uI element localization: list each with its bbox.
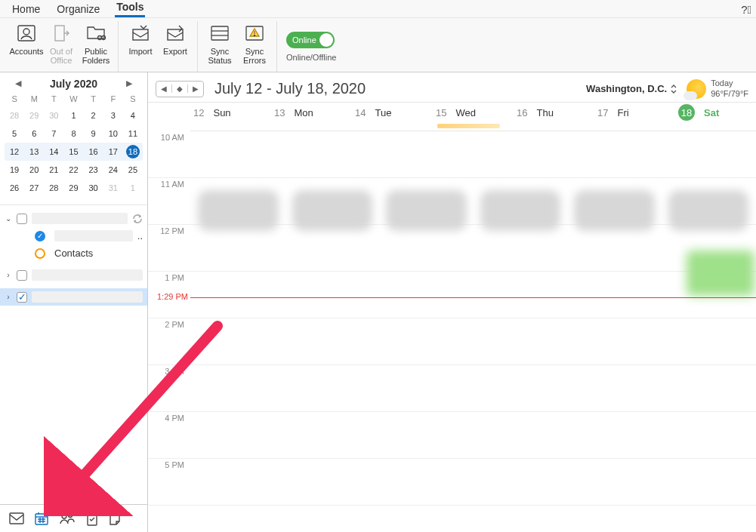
mini-cal-prev[interactable]: ◀ [12, 77, 24, 90]
time-row[interactable]: 10 AM [148, 131, 756, 178]
nav-people[interactable] [59, 512, 76, 525]
mini-cal-day[interactable]: 19 [5, 161, 24, 179]
nav-notes[interactable] [109, 512, 121, 525]
tree-item-1-suffix: .. [137, 230, 143, 241]
check-circle-icon[interactable]: ✓ [35, 231, 45, 241]
tree-item-contacts[interactable]: Contacts [0, 244, 147, 262]
weather-location-label: Washington, D.C. [586, 83, 667, 94]
day-header[interactable]: 14Tue [352, 107, 433, 118]
tree-group-1[interactable]: ⌄ –––––––––– [0, 210, 147, 227]
public-folders-button[interactable]: Public Folders [79, 21, 113, 65]
tree-group-3[interactable]: › ✓ –––––––––––– [0, 288, 147, 306]
time-grid[interactable]: 10 AM11 AM12 PM1 PM2 PM3 PM4 PM5 PM 1:29… [148, 131, 756, 532]
date-next[interactable]: ▶ [188, 85, 203, 93]
sync-status-button[interactable]: Sync Status [202, 21, 237, 65]
nav-tasks[interactable] [86, 511, 98, 526]
mini-cal-day[interactable]: 29 [24, 106, 44, 125]
tree-group-2[interactable]: › –––––––––––– [0, 266, 147, 284]
tree-item-calendar-1[interactable]: ✓ –––––––––––– .. [0, 227, 147, 244]
mini-cal-day[interactable]: 30 [44, 106, 63, 125]
mini-cal-day[interactable]: 20 [24, 161, 44, 179]
day-header[interactable]: 12Sun [190, 107, 271, 118]
redacted-event[interactable] [386, 190, 467, 231]
mini-cal-day[interactable]: 6 [24, 125, 44, 143]
mini-cal-day[interactable]: 11 [123, 125, 143, 143]
time-row[interactable]: 3 PM [148, 365, 756, 412]
import-button[interactable]: Import [123, 21, 158, 56]
accounts-button[interactable]: Accounts [9, 21, 44, 56]
weather-location[interactable]: Washington, D.C. [586, 83, 677, 94]
mini-cal-day[interactable]: 2 [84, 106, 103, 125]
day-header[interactable]: 18Sat [675, 104, 756, 121]
redacted-event[interactable] [292, 190, 373, 231]
mini-cal-day[interactable]: 16 [84, 143, 103, 161]
mini-cal-day[interactable]: 10 [103, 125, 123, 143]
redacted-event[interactable] [574, 190, 655, 231]
day-header-num: 16 [517, 107, 527, 118]
checkbox-icon[interactable] [17, 270, 27, 281]
out-of-office-button[interactable]: Out of Office [44, 21, 79, 65]
mini-cal-next[interactable]: ▶ [123, 77, 135, 90]
mini-cal-day[interactable]: 28 [44, 179, 63, 197]
help-icon[interactable]: ?⃝ [741, 3, 751, 16]
mini-cal-day[interactable]: 7 [44, 125, 63, 143]
public-folders-label: Public Folders [82, 47, 110, 65]
mini-cal-day[interactable]: 29 [63, 179, 83, 197]
mini-cal-day[interactable]: 9 [84, 125, 103, 143]
mini-cal-day[interactable]: 3 [103, 106, 123, 125]
time-row[interactable]: 4 PM [148, 412, 756, 459]
mini-cal-day[interactable]: 27 [24, 179, 44, 197]
mini-cal-day[interactable]: 30 [84, 179, 103, 197]
day-header[interactable]: 13Mon [271, 107, 352, 118]
time-row[interactable]: 2 PM [148, 318, 756, 365]
mini-cal-day[interactable]: 18 [123, 143, 143, 161]
mini-cal-day[interactable]: 12 [5, 143, 24, 161]
mini-cal-day[interactable]: 22 [63, 161, 83, 179]
mini-cal-day[interactable]: 5 [5, 125, 24, 143]
mini-cal-dow: M [24, 91, 44, 106]
time-row[interactable]: 1 PM [148, 272, 756, 318]
mini-cal-day[interactable]: 4 [123, 106, 143, 125]
nav-calendar[interactable] [35, 512, 48, 525]
redacted-event[interactable] [198, 190, 279, 231]
tab-tools[interactable]: Tools [115, 0, 145, 17]
nav-mail[interactable] [9, 512, 24, 524]
tab-home[interactable]: Home [11, 0, 42, 17]
date-prev[interactable]: ◀ [156, 85, 172, 93]
tab-organize[interactable]: Organize [55, 0, 101, 17]
sync-errors-button[interactable]: Sync Errors [237, 21, 272, 65]
time-row[interactable]: 12 PM [148, 225, 756, 272]
shared-folder-icon [85, 23, 106, 44]
mini-cal-day[interactable]: 28 [5, 106, 24, 125]
mini-cal-day[interactable]: 8 [63, 125, 83, 143]
current-time-label: 1:29 PM [157, 292, 188, 301]
allday-event-wed[interactable] [437, 124, 500, 128]
time-row[interactable]: 5 PM [148, 459, 756, 506]
color-circle-icon[interactable] [35, 248, 45, 259]
checkbox-checked-icon[interactable]: ✓ [17, 292, 27, 303]
mini-cal-day[interactable]: 14 [44, 143, 63, 161]
export-button[interactable]: Export [158, 21, 193, 56]
mini-cal-day[interactable]: 25 [123, 161, 143, 179]
weather-widget[interactable]: Today 96°F/79°F [687, 78, 748, 98]
redacted-event[interactable] [668, 190, 749, 231]
day-header[interactable]: 15Wed [433, 107, 514, 118]
mini-cal-day[interactable]: 13 [24, 143, 44, 161]
mini-cal-day[interactable]: 26 [5, 179, 24, 197]
redacted-event[interactable] [480, 190, 561, 231]
online-toggle[interactable]: Online [286, 32, 335, 48]
mini-cal-day[interactable]: 17 [103, 143, 123, 161]
day-header[interactable]: 17Fri [594, 107, 675, 118]
mini-calendar: ◀ July 2020 ▶ SMTWTFS 282930123456789101… [0, 72, 147, 205]
mini-cal-day[interactable]: 1 [123, 179, 143, 197]
day-header[interactable]: 16Thu [514, 107, 594, 118]
mini-cal-day[interactable]: 21 [44, 161, 63, 179]
mini-cal-day[interactable]: 31 [103, 179, 123, 197]
mini-cal-day[interactable]: 23 [84, 161, 103, 179]
date-today[interactable]: ◆ [172, 85, 188, 93]
mini-cal-day[interactable]: 24 [103, 161, 123, 179]
checkbox-icon[interactable] [17, 214, 27, 224]
redacted-event-sat[interactable] [687, 251, 754, 296]
mini-cal-day[interactable]: 15 [63, 143, 83, 161]
mini-cal-day[interactable]: 1 [63, 106, 83, 125]
